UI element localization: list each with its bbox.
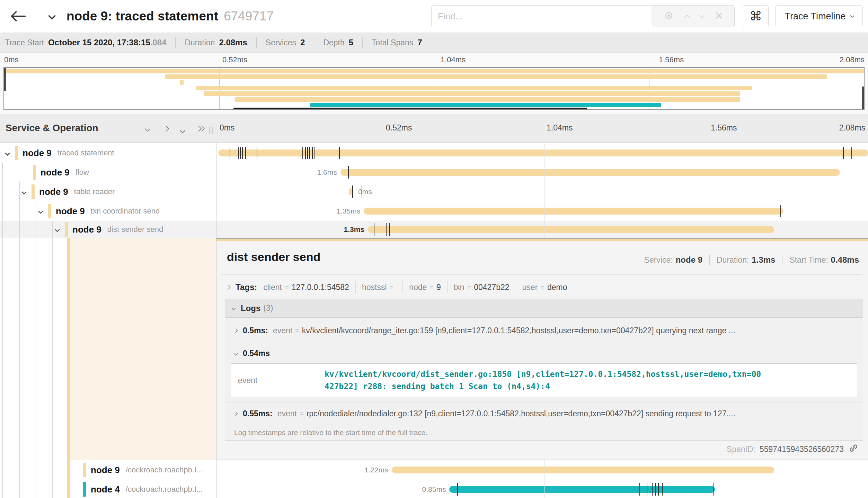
selected-span-children-highlight xyxy=(70,238,216,460)
span-row[interactable]: node 9 txn coordinator send 1.35ms xyxy=(0,201,868,221)
log-marker-tick xyxy=(662,483,663,496)
service-color-chip xyxy=(83,482,86,497)
span-bar[interactable] xyxy=(392,467,774,473)
minimap-tick-label: 0.52ms xyxy=(222,55,247,64)
clear-search-close-icon[interactable] xyxy=(715,11,724,21)
log-marker-tick xyxy=(851,147,852,159)
duration-label: 1.6ms xyxy=(317,168,337,176)
service-name: node 9 xyxy=(56,206,85,217)
chevron-down-icon[interactable] xyxy=(38,208,44,214)
log-time: 0.5ms: xyxy=(243,326,268,335)
locate-icon[interactable] xyxy=(664,10,674,22)
service-color-chip xyxy=(15,146,18,160)
back-arrow-button[interactable] xyxy=(10,10,26,24)
log-field-key: event xyxy=(238,368,325,392)
copy-link-icon[interactable] xyxy=(848,443,859,456)
trace-minimap: 0ms 0.52ms 1.04ms 1.56ms 2.08ms xyxy=(0,53,868,114)
log-entry[interactable]: 0.5ms: event = kv/kvclient/kvcoord/range… xyxy=(225,318,863,344)
next-match-chevron-down-icon[interactable] xyxy=(699,13,705,18)
collapse-log-chevron-down-icon[interactable] xyxy=(233,351,238,356)
span-row[interactable]: node 4 /cockroach.roachpb.I... 0.85ms xyxy=(0,480,868,498)
timeline-tick-label: 2.08ms xyxy=(839,123,865,133)
span-bar[interactable] xyxy=(449,486,715,493)
span-name-cell[interactable]: node 9 traced statement xyxy=(0,143,216,163)
chevron-down-icon xyxy=(850,13,854,18)
span-row[interactable]: node 9 table reader 0ms xyxy=(0,182,868,201)
trace-view-dropdown[interactable]: Trace Timeline xyxy=(776,5,863,27)
log-marker-tick xyxy=(639,483,640,496)
minimap-span-bar xyxy=(204,91,740,96)
keyboard-shortcuts-button[interactable]: ⌘ xyxy=(743,5,769,27)
span-name-cell[interactable]: node 4 /cockroach.roachpb.I... xyxy=(0,480,216,498)
duration-label: 1.22ms xyxy=(364,466,388,474)
log-marker-tick xyxy=(348,166,349,179)
duration-value: 1.3ms xyxy=(752,255,775,264)
indent-guide xyxy=(19,182,20,498)
trace-start-label: Trace Start xyxy=(5,38,44,47)
minimap-scrub-bar[interactable] xyxy=(233,108,587,109)
trace-summary-bar: Trace StartOctober 15 2020, 17:38:15.084… xyxy=(0,33,868,53)
find-input[interactable] xyxy=(431,5,653,27)
services-label: Services xyxy=(266,38,296,47)
operation-name: /cockroach.roachpb.I... xyxy=(126,465,203,474)
logs-section: Logs (3) 0.5ms: event = kv/kvclient/kvco… xyxy=(225,299,863,441)
logs-header[interactable]: Logs (3) xyxy=(225,299,863,318)
collapse-one-chevron-down-icon[interactable] xyxy=(145,126,151,132)
span-row[interactable]: node 9 /cockroach.roachpb.I... 1.22ms xyxy=(0,460,868,480)
column-resizer-grip[interactable] xyxy=(209,127,213,134)
collapse-trace-chevron-icon[interactable] xyxy=(48,12,56,20)
span-row[interactable]: node 9 traced statement xyxy=(0,143,868,163)
chevron-down-icon[interactable] xyxy=(21,189,27,194)
divider xyxy=(39,0,39,33)
span-detail-title: dist sender send xyxy=(227,250,320,264)
collapse-logs-chevron-down-icon[interactable] xyxy=(231,306,236,310)
span-row-selected[interactable]: node 9 dist sender send 1.3ms xyxy=(0,221,868,238)
span-detail-accent-bar xyxy=(216,238,868,241)
trace-id: 6749717 xyxy=(224,9,274,23)
span-bar[interactable] xyxy=(340,169,840,176)
log-marker-tick xyxy=(309,147,310,159)
service-color-chip xyxy=(48,204,51,218)
expand-one-chevron-right-icon[interactable] xyxy=(163,126,169,132)
prev-match-chevron-up-icon[interactable] xyxy=(684,15,690,20)
log-marker-tick xyxy=(339,147,340,159)
minimap-left-drag-handle[interactable] xyxy=(4,68,6,91)
log-marker-tick xyxy=(374,223,374,236)
column-divider[interactable] xyxy=(216,114,216,498)
duration-label: Duration xyxy=(185,38,215,47)
tags-row[interactable]: Tags: client=127.0.0.1:54582 hostssl= no… xyxy=(227,279,567,295)
expand-log-chevron-right-icon[interactable] xyxy=(233,328,238,333)
span-row[interactable]: node 9 flow 1.6ms xyxy=(0,163,868,182)
service-value: node 9 xyxy=(676,255,702,264)
span-name-cell[interactable]: node 9 txn coordinator send xyxy=(0,201,216,221)
span-name-cell[interactable]: node 9 dist sender send xyxy=(0,221,216,238)
span-bar[interactable] xyxy=(218,150,868,156)
expand-tags-chevron-right-icon[interactable] xyxy=(226,285,231,290)
span-name-cell[interactable]: node 9 /cockroach.roachpb.I... xyxy=(0,460,216,480)
log-marker-tick xyxy=(780,205,781,217)
log-entry[interactable]: 0.55ms: event = rpc/nodedialer/nodediale… xyxy=(225,402,863,425)
span-bar[interactable] xyxy=(368,226,774,233)
log-marker-tick xyxy=(352,185,353,198)
service-name: node 9 xyxy=(39,187,68,197)
duration-label: 1.35ms xyxy=(336,207,360,215)
operation-name: dist sender send xyxy=(107,225,163,234)
span-name-cell[interactable]: node 9 flow xyxy=(0,163,216,182)
log-entry-expanded[interactable]: 0.54ms xyxy=(225,344,863,363)
chevron-down-icon[interactable] xyxy=(55,227,60,232)
expand-log-chevron-right-icon[interactable] xyxy=(233,411,238,416)
chevron-down-icon[interactable] xyxy=(5,150,10,156)
span-bar[interactable] xyxy=(364,208,783,215)
minimap-canvas[interactable] xyxy=(3,67,865,110)
minimap-span-bar xyxy=(4,69,864,73)
duration-label: 0.85ms xyxy=(422,485,446,494)
service-name: node 9 xyxy=(41,167,70,178)
trace-start-value: October 15 2020, 17:38:15 xyxy=(48,38,150,47)
operation-name: table reader xyxy=(74,187,115,196)
span-name-cell[interactable]: node 9 table reader xyxy=(0,182,216,201)
timeline-tick-label: 1.04ms xyxy=(547,123,573,133)
minimap-right-drag-handle[interactable] xyxy=(862,87,864,109)
minimap-tick-label: 0ms xyxy=(4,55,19,64)
operation-name: /cockroach.roachpb.I... xyxy=(126,485,203,494)
span-bar[interactable] xyxy=(349,188,352,195)
